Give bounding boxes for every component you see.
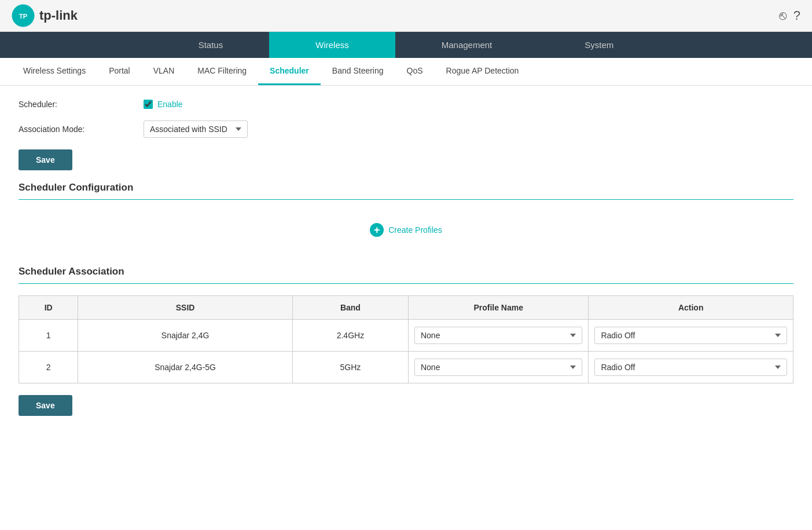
main-nav: Status Wireless Management System xyxy=(0,32,812,58)
top-header: TP tp-link ⎋ ? xyxy=(0,0,812,32)
subnav-band-steering[interactable]: Band Steering xyxy=(321,58,395,85)
association-mode-select[interactable]: Associated with SSID Associated with AP xyxy=(144,120,248,138)
scheduler-label: Scheduler xyxy=(19,100,134,109)
scheduler-table-wrapper: ID SSID Band Profile Name Action 1 Snajd… xyxy=(19,295,793,383)
save-row-bottom: Save xyxy=(19,395,793,416)
help-icon: ? xyxy=(793,8,800,23)
main-content: Scheduler Enable Association Mode Associ… xyxy=(0,86,812,447)
row2-profile-select[interactable]: None xyxy=(414,359,582,376)
table-row: 1 Snajdar 2,4G 2.4GHz None Radio Off Rad… xyxy=(19,320,793,352)
nav-system[interactable]: System xyxy=(538,32,660,58)
row1-action-cell: Radio Off Radio On xyxy=(589,320,793,352)
nav-wireless[interactable]: Wireless xyxy=(269,32,395,58)
scheduler-association-table: ID SSID Band Profile Name Action 1 Snajd… xyxy=(19,295,793,383)
nav-status[interactable]: Status xyxy=(152,32,270,58)
row1-ssid: Snajdar 2,4G xyxy=(78,320,293,352)
logo-area: TP tp-link xyxy=(12,4,78,27)
subnav-rogue-ap-detection[interactable]: Rogue AP Detection xyxy=(435,58,531,85)
subnav-wireless-settings[interactable]: Wireless Settings xyxy=(12,58,97,85)
scheduler-config-section: Scheduler Configuration + Create Profile… xyxy=(19,182,793,248)
save-row-top: Save xyxy=(19,149,793,170)
nav-management[interactable]: Management xyxy=(395,32,539,58)
svg-text:TP: TP xyxy=(19,13,27,20)
subnav-mac-filtering[interactable]: MAC Filtering xyxy=(186,58,258,85)
scheduler-enable-row: Scheduler Enable xyxy=(19,100,793,109)
row2-band: 5GHz xyxy=(292,352,408,383)
help-button[interactable]: ? xyxy=(793,8,800,23)
row2-ssid: Snajdar 2,4G-5G xyxy=(78,352,293,383)
row1-id: 1 xyxy=(19,320,78,352)
table-body: 1 Snajdar 2,4G 2.4GHz None Radio Off Rad… xyxy=(19,320,793,383)
col-action: Action xyxy=(589,296,793,320)
col-band: Band xyxy=(292,296,408,320)
sub-nav: Wireless Settings Portal VLAN MAC Filter… xyxy=(0,58,812,86)
table-row: 2 Snajdar 2,4G-5G 5GHz None Radio Off Ra… xyxy=(19,352,793,383)
scheduler-association-divider xyxy=(19,283,793,284)
scheduler-enable-checkbox[interactable] xyxy=(144,100,153,109)
subnav-portal[interactable]: Portal xyxy=(97,58,142,85)
scheduler-enable-group: Enable xyxy=(144,100,183,109)
subnav-scheduler[interactable]: Scheduler xyxy=(258,58,321,85)
row2-action-cell: Radio Off Radio On xyxy=(589,352,793,383)
row1-band: 2.4GHz xyxy=(292,320,408,352)
row2-id: 2 xyxy=(19,352,78,383)
scheduler-enable-label: Enable xyxy=(157,100,183,109)
scheduler-association-title: Scheduler Association xyxy=(19,266,793,277)
col-ssid: SSID xyxy=(78,296,293,320)
logout-button[interactable]: ⎋ xyxy=(779,8,787,23)
subnav-qos[interactable]: QoS xyxy=(395,58,435,85)
create-profiles-area[interactable]: + Create Profiles xyxy=(19,211,793,248)
row1-profile-select[interactable]: None xyxy=(414,327,582,344)
col-id: ID xyxy=(19,296,78,320)
scheduler-config-divider xyxy=(19,199,793,200)
scheduler-config-title: Scheduler Configuration xyxy=(19,182,793,193)
logout-icon: ⎋ xyxy=(779,8,787,23)
row2-action-select[interactable]: Radio Off Radio On xyxy=(594,359,787,376)
create-profiles-label: Create Profiles xyxy=(388,225,442,235)
tp-link-logo-icon: TP xyxy=(12,4,35,27)
row2-profile-name-cell: None xyxy=(408,352,588,383)
header-icons: ⎋ ? xyxy=(779,8,800,23)
row1-profile-name-cell: None xyxy=(408,320,588,352)
save-button-top[interactable]: Save xyxy=(19,149,72,170)
row1-action-select[interactable]: Radio Off Radio On xyxy=(594,327,787,344)
subnav-vlan[interactable]: VLAN xyxy=(142,58,186,85)
table-header: ID SSID Band Profile Name Action xyxy=(19,296,793,320)
col-profile-name: Profile Name xyxy=(408,296,588,320)
association-mode-row: Association Mode Associated with SSID As… xyxy=(19,120,793,138)
scheduler-association-section: Scheduler Association ID SSID Band Profi… xyxy=(19,266,793,416)
save-button-bottom[interactable]: Save xyxy=(19,395,72,416)
brand-name: tp-link xyxy=(39,8,78,23)
table-header-row: ID SSID Band Profile Name Action xyxy=(19,296,793,320)
association-mode-label: Association Mode xyxy=(19,125,134,134)
create-profiles-icon: + xyxy=(370,223,384,237)
